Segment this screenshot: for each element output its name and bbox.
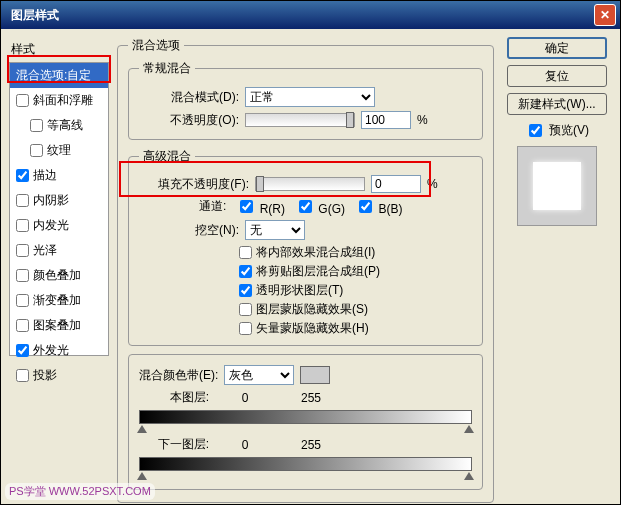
watermark: PS学堂 WWW.52PSXT.COM (5, 483, 155, 500)
styles-list-item[interactable]: 内阴影 (10, 188, 108, 213)
style-checkbox[interactable] (16, 344, 29, 357)
preview-box (517, 146, 597, 226)
opt1-check[interactable] (239, 246, 252, 259)
style-item-label: 外发光 (33, 342, 69, 359)
blend-mode-select[interactable]: 正常 (245, 87, 375, 107)
styles-list-item[interactable]: 光泽 (10, 238, 108, 263)
fill-unit: % (427, 177, 438, 191)
opacity-label: 不透明度(O): (139, 112, 239, 129)
styles-list-item[interactable]: 内发光 (10, 213, 108, 238)
style-checkbox[interactable] (16, 294, 29, 307)
blendif-label: 混合颜色带(E): (139, 367, 218, 384)
opt4-check[interactable] (239, 303, 252, 316)
style-item-label: 内阴影 (33, 192, 69, 209)
close-button[interactable]: ✕ (594, 4, 616, 26)
opt1-label: 将内部效果混合成组(I) (256, 244, 375, 261)
general-legend: 常规混合 (139, 60, 195, 77)
this-layer-label: 本图层: (139, 389, 209, 406)
knockout-select[interactable]: 无 (245, 220, 305, 240)
style-checkbox[interactable] (16, 94, 29, 107)
new-style-button[interactable]: 新建样式(W)... (507, 93, 607, 115)
preview-check[interactable]: 预览(V) (525, 121, 589, 140)
style-checkbox[interactable] (30, 144, 43, 157)
advanced-legend: 高级混合 (139, 148, 195, 165)
close-icon: ✕ (600, 8, 610, 22)
styles-list-item[interactable]: 描边 (10, 163, 108, 188)
opacity-unit: % (417, 113, 428, 127)
style-item-label: 等高线 (47, 117, 83, 134)
styles-list-item[interactable]: 图案叠加 (10, 313, 108, 338)
styles-list-item[interactable]: 投影 (10, 363, 108, 388)
style-checkbox[interactable] (16, 269, 29, 282)
ok-button[interactable]: 确定 (507, 37, 607, 59)
channel-g[interactable]: G(G) (295, 197, 345, 216)
next-low: 0 (215, 438, 275, 452)
opacity-slider[interactable] (245, 113, 355, 127)
next-layer-gradient[interactable] (139, 457, 472, 471)
this-layer-gradient[interactable] (139, 410, 472, 424)
styles-list-item[interactable]: 斜面和浮雕 (10, 88, 108, 113)
channel-r[interactable]: R(R) (236, 197, 285, 216)
opt2-check[interactable] (239, 265, 252, 278)
styles-list-item[interactable]: 混合选项:自定 (10, 63, 108, 88)
styles-list-item[interactable]: 渐变叠加 (10, 288, 108, 313)
style-checkbox[interactable] (16, 219, 29, 232)
next-high: 255 (281, 438, 341, 452)
window-title: 图层样式 (5, 7, 59, 24)
fill-opacity-input[interactable] (371, 175, 421, 193)
style-checkbox[interactable] (16, 319, 29, 332)
channels-label: 通道: (199, 198, 226, 215)
style-checkbox[interactable] (16, 194, 29, 207)
opt3-check[interactable] (239, 284, 252, 297)
styles-list-item[interactable]: 纹理 (10, 138, 108, 163)
opt3-label: 透明形状图层(T) (256, 282, 343, 299)
style-item-label: 斜面和浮雕 (33, 92, 93, 109)
opt5-check[interactable] (239, 322, 252, 335)
cancel-button[interactable]: 复位 (507, 65, 607, 87)
blend-options-title: 混合选项 (128, 37, 184, 54)
blendif-channel-select[interactable]: 灰色 (224, 365, 294, 385)
this-low: 0 (215, 391, 275, 405)
fill-opacity-slider[interactable] (255, 177, 365, 191)
style-item-label: 图案叠加 (33, 317, 81, 334)
fill-opacity-label: 填充不透明度(F): (139, 176, 249, 193)
styles-list-item[interactable]: 等高线 (10, 113, 108, 138)
style-checkbox[interactable] (16, 369, 29, 382)
next-layer-label: 下一图层: (139, 436, 209, 453)
style-item-label: 投影 (33, 367, 57, 384)
style-item-label: 描边 (33, 167, 57, 184)
opt4-label: 图层蒙版隐藏效果(S) (256, 301, 368, 318)
opt2-label: 将剪贴图层混合成组(P) (256, 263, 380, 280)
style-checkbox[interactable] (30, 119, 43, 132)
style-checkbox[interactable] (16, 244, 29, 257)
style-item-label: 光泽 (33, 242, 57, 259)
style-item-label: 渐变叠加 (33, 292, 81, 309)
blend-options-group: 混合选项 常规混合 混合模式(D): 正常 不透明度(O): % (117, 37, 494, 503)
styles-list[interactable]: 混合选项:自定斜面和浮雕等高线纹理描边内阴影内发光光泽颜色叠加渐变叠加图案叠加外… (9, 62, 109, 356)
style-item-label: 颜色叠加 (33, 267, 81, 284)
styles-list-item[interactable]: 外发光 (10, 338, 108, 363)
styles-list-item[interactable]: 颜色叠加 (10, 263, 108, 288)
style-item-label: 混合选项:自定 (16, 67, 91, 84)
style-checkbox[interactable] (16, 169, 29, 182)
this-high: 255 (281, 391, 341, 405)
general-blend-group: 常规混合 混合模式(D): 正常 不透明度(O): % (128, 60, 483, 140)
knockout-label: 挖空(N): (139, 222, 239, 239)
blend-mode-label: 混合模式(D): (139, 89, 239, 106)
style-item-label: 纹理 (47, 142, 71, 159)
style-item-label: 内发光 (33, 217, 69, 234)
blendif-group: 混合颜色带(E): 灰色 本图层: 0 255 下一图层: 0 255 (128, 354, 483, 490)
opacity-input[interactable] (361, 111, 411, 129)
blendif-swatch (300, 366, 330, 384)
opt5-label: 矢量蒙版隐藏效果(H) (256, 320, 369, 337)
advanced-blend-group: 高级混合 填充不透明度(F): % 通道: R(R) G(G) B(B) (128, 148, 483, 346)
channel-b[interactable]: B(B) (355, 197, 402, 216)
styles-header: 样式 (9, 37, 109, 62)
